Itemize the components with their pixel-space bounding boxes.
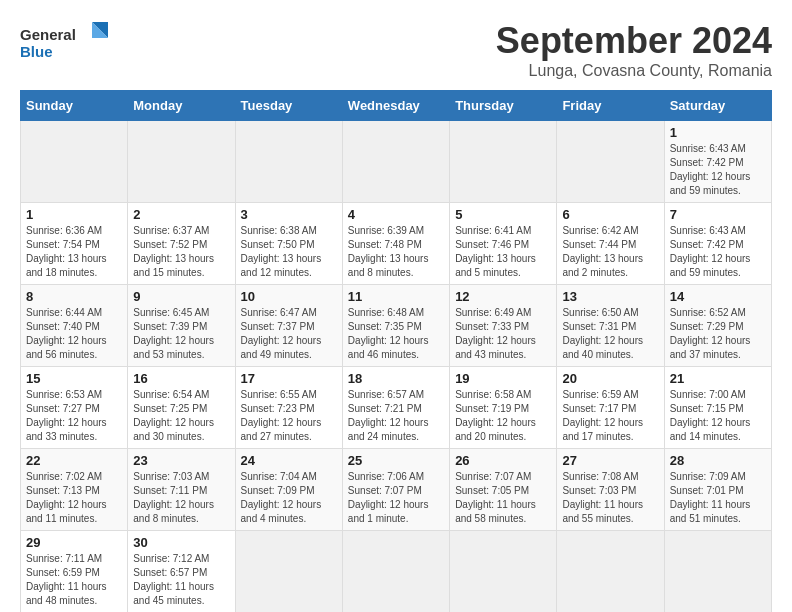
day-info: Sunrise: 6:39 AMSunset: 7:48 PMDaylight:… — [348, 224, 444, 280]
day-info: Sunrise: 7:03 AMSunset: 7:11 PMDaylight:… — [133, 470, 229, 526]
day-number: 8 — [26, 289, 122, 304]
day-info: Sunrise: 7:11 AMSunset: 6:59 PMDaylight:… — [26, 552, 122, 608]
calendar-cell: 14Sunrise: 6:52 AMSunset: 7:29 PMDayligh… — [664, 285, 771, 367]
day-number: 1 — [26, 207, 122, 222]
calendar-cell: 10Sunrise: 6:47 AMSunset: 7:37 PMDayligh… — [235, 285, 342, 367]
calendar-cell: 16Sunrise: 6:54 AMSunset: 7:25 PMDayligh… — [128, 367, 235, 449]
logo-svg: General Blue — [20, 20, 110, 65]
calendar-cell — [235, 121, 342, 203]
page-header: General Blue September 2024 Lunga, Covas… — [20, 20, 772, 80]
weekday-header-monday: Monday — [128, 91, 235, 121]
day-number: 1 — [670, 125, 766, 140]
calendar-week-row: 1Sunrise: 6:36 AMSunset: 7:54 PMDaylight… — [21, 203, 772, 285]
day-info: Sunrise: 6:38 AMSunset: 7:50 PMDaylight:… — [241, 224, 337, 280]
day-info: Sunrise: 7:12 AMSunset: 6:57 PMDaylight:… — [133, 552, 229, 608]
calendar-cell: 13Sunrise: 6:50 AMSunset: 7:31 PMDayligh… — [557, 285, 664, 367]
day-number: 12 — [455, 289, 551, 304]
calendar-cell: 4Sunrise: 6:39 AMSunset: 7:48 PMDaylight… — [342, 203, 449, 285]
day-info: Sunrise: 6:43 AMSunset: 7:42 PMDaylight:… — [670, 224, 766, 280]
day-info: Sunrise: 6:55 AMSunset: 7:23 PMDaylight:… — [241, 388, 337, 444]
calendar-cell — [235, 531, 342, 613]
day-info: Sunrise: 6:54 AMSunset: 7:25 PMDaylight:… — [133, 388, 229, 444]
day-number: 10 — [241, 289, 337, 304]
weekday-header-friday: Friday — [557, 91, 664, 121]
day-info: Sunrise: 6:52 AMSunset: 7:29 PMDaylight:… — [670, 306, 766, 362]
month-year-title: September 2024 — [496, 20, 772, 62]
day-info: Sunrise: 6:58 AMSunset: 7:19 PMDaylight:… — [455, 388, 551, 444]
calendar-cell — [450, 531, 557, 613]
day-number: 27 — [562, 453, 658, 468]
calendar-cell: 12Sunrise: 6:49 AMSunset: 7:33 PMDayligh… — [450, 285, 557, 367]
day-info: Sunrise: 7:04 AMSunset: 7:09 PMDaylight:… — [241, 470, 337, 526]
day-number: 13 — [562, 289, 658, 304]
day-info: Sunrise: 6:44 AMSunset: 7:40 PMDaylight:… — [26, 306, 122, 362]
calendar-cell: 28Sunrise: 7:09 AMSunset: 7:01 PMDayligh… — [664, 449, 771, 531]
calendar-cell: 9Sunrise: 6:45 AMSunset: 7:39 PMDaylight… — [128, 285, 235, 367]
weekday-header-thursday: Thursday — [450, 91, 557, 121]
title-block: September 2024 Lunga, Covasna County, Ro… — [496, 20, 772, 80]
day-number: 21 — [670, 371, 766, 386]
day-number: 11 — [348, 289, 444, 304]
day-info: Sunrise: 6:47 AMSunset: 7:37 PMDaylight:… — [241, 306, 337, 362]
day-number: 28 — [670, 453, 766, 468]
calendar-cell: 1Sunrise: 6:36 AMSunset: 7:54 PMDaylight… — [21, 203, 128, 285]
day-number: 16 — [133, 371, 229, 386]
location-subtitle: Lunga, Covasna County, Romania — [496, 62, 772, 80]
day-info: Sunrise: 7:00 AMSunset: 7:15 PMDaylight:… — [670, 388, 766, 444]
day-info: Sunrise: 6:48 AMSunset: 7:35 PMDaylight:… — [348, 306, 444, 362]
day-info: Sunrise: 7:09 AMSunset: 7:01 PMDaylight:… — [670, 470, 766, 526]
day-number: 3 — [241, 207, 337, 222]
weekday-header-wednesday: Wednesday — [342, 91, 449, 121]
calendar-cell — [128, 121, 235, 203]
svg-text:General: General — [20, 26, 76, 43]
weekday-header-tuesday: Tuesday — [235, 91, 342, 121]
calendar-cell: 6Sunrise: 6:42 AMSunset: 7:44 PMDaylight… — [557, 203, 664, 285]
day-info: Sunrise: 6:57 AMSunset: 7:21 PMDaylight:… — [348, 388, 444, 444]
day-number: 7 — [670, 207, 766, 222]
calendar-week-row: 22Sunrise: 7:02 AMSunset: 7:13 PMDayligh… — [21, 449, 772, 531]
day-info: Sunrise: 7:06 AMSunset: 7:07 PMDaylight:… — [348, 470, 444, 526]
calendar-cell — [450, 121, 557, 203]
calendar-table: SundayMondayTuesdayWednesdayThursdayFrid… — [20, 90, 772, 612]
calendar-cell: 2Sunrise: 6:37 AMSunset: 7:52 PMDaylight… — [128, 203, 235, 285]
day-info: Sunrise: 6:37 AMSunset: 7:52 PMDaylight:… — [133, 224, 229, 280]
day-number: 9 — [133, 289, 229, 304]
calendar-cell: 15Sunrise: 6:53 AMSunset: 7:27 PMDayligh… — [21, 367, 128, 449]
day-number: 17 — [241, 371, 337, 386]
calendar-cell: 5Sunrise: 6:41 AMSunset: 7:46 PMDaylight… — [450, 203, 557, 285]
calendar-cell — [664, 531, 771, 613]
calendar-week-row: 8Sunrise: 6:44 AMSunset: 7:40 PMDaylight… — [21, 285, 772, 367]
day-number: 20 — [562, 371, 658, 386]
calendar-cell: 7Sunrise: 6:43 AMSunset: 7:42 PMDaylight… — [664, 203, 771, 285]
day-info: Sunrise: 6:41 AMSunset: 7:46 PMDaylight:… — [455, 224, 551, 280]
calendar-cell: 26Sunrise: 7:07 AMSunset: 7:05 PMDayligh… — [450, 449, 557, 531]
day-number: 5 — [455, 207, 551, 222]
calendar-cell — [21, 121, 128, 203]
day-number: 26 — [455, 453, 551, 468]
weekday-header-saturday: Saturday — [664, 91, 771, 121]
day-info: Sunrise: 6:53 AMSunset: 7:27 PMDaylight:… — [26, 388, 122, 444]
calendar-cell: 1Sunrise: 6:43 AMSunset: 7:42 PMDaylight… — [664, 121, 771, 203]
calendar-cell: 17Sunrise: 6:55 AMSunset: 7:23 PMDayligh… — [235, 367, 342, 449]
calendar-week-row: 29Sunrise: 7:11 AMSunset: 6:59 PMDayligh… — [21, 531, 772, 613]
calendar-cell — [342, 121, 449, 203]
day-info: Sunrise: 6:42 AMSunset: 7:44 PMDaylight:… — [562, 224, 658, 280]
calendar-cell: 30Sunrise: 7:12 AMSunset: 6:57 PMDayligh… — [128, 531, 235, 613]
day-number: 2 — [133, 207, 229, 222]
day-number: 15 — [26, 371, 122, 386]
calendar-cell: 23Sunrise: 7:03 AMSunset: 7:11 PMDayligh… — [128, 449, 235, 531]
calendar-cell — [557, 121, 664, 203]
calendar-cell: 25Sunrise: 7:06 AMSunset: 7:07 PMDayligh… — [342, 449, 449, 531]
day-number: 4 — [348, 207, 444, 222]
calendar-week-row: 15Sunrise: 6:53 AMSunset: 7:27 PMDayligh… — [21, 367, 772, 449]
day-info: Sunrise: 6:59 AMSunset: 7:17 PMDaylight:… — [562, 388, 658, 444]
calendar-cell: 29Sunrise: 7:11 AMSunset: 6:59 PMDayligh… — [21, 531, 128, 613]
calendar-cell: 18Sunrise: 6:57 AMSunset: 7:21 PMDayligh… — [342, 367, 449, 449]
calendar-week-row: 1Sunrise: 6:43 AMSunset: 7:42 PMDaylight… — [21, 121, 772, 203]
day-info: Sunrise: 7:07 AMSunset: 7:05 PMDaylight:… — [455, 470, 551, 526]
day-number: 23 — [133, 453, 229, 468]
day-number: 18 — [348, 371, 444, 386]
day-info: Sunrise: 6:45 AMSunset: 7:39 PMDaylight:… — [133, 306, 229, 362]
weekday-header-sunday: Sunday — [21, 91, 128, 121]
day-info: Sunrise: 6:50 AMSunset: 7:31 PMDaylight:… — [562, 306, 658, 362]
